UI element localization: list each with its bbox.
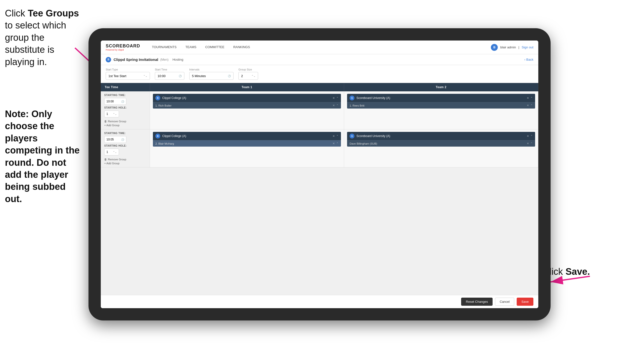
username: blair admin [500,45,516,49]
starting-hole-label-2: STARTING HOLE: [104,144,146,147]
add-group-btn-2[interactable]: + Add Group [104,162,146,165]
team2-name-2: Scoreboard University (A) [356,134,525,138]
intervals-icon: 🕐 [228,75,231,77]
player-expand-icon-1-2[interactable]: ⌃ [530,104,533,107]
remove-group-btn-2[interactable]: 🗑 Remove Group [104,158,146,161]
start-type-value: 1st Tee Start [108,74,126,78]
logo-powered: Powered by clippd [106,49,140,51]
start-type-input[interactable]: 1st Tee Start ⌃⌄ [106,72,150,80]
team2-close-icon-1[interactable]: ✕ [527,96,529,100]
team2-close-icon-2[interactable]: ✕ [527,135,529,138]
starting-time-label-2: STARTING TIME: [104,132,146,135]
reset-changes-button[interactable]: Reset Changes [461,298,492,306]
start-time-icon: 🕐 [179,75,182,77]
team1-controls-2: ✕ ⌃ [332,135,338,138]
player-expand-icon-1-1[interactable]: ⌃ [336,104,338,107]
player-row: 1. Rees Britt ✕ ⌃ [347,102,535,108]
team2-controls-1: ✕ ⌃ [527,96,533,100]
tablet-device: SCOREBOARD Powered by clippd TOURNAMENTS… [88,28,550,321]
group-size-input[interactable]: 2 ⌃⌄ [238,72,258,80]
nav-teams[interactable]: TEAMS [181,40,201,54]
group-size-label: Group Size [238,68,258,71]
team2-badge-1: S [350,95,354,100]
team1-close-icon-1[interactable]: ✕ [332,96,335,100]
team1-expand-icon-2[interactable]: ⌃ [336,135,338,138]
hole-stepper-2: ⌃⌄ [113,151,117,153]
nav-rankings[interactable]: RANKINGS [229,40,254,54]
start-time-group: Start Time 10:00 🕐 [155,68,184,80]
nav-separator: | [518,45,519,49]
group-1-team1-card: B Clippd College (A) ✕ ⌃ 1. Rich Butler [153,94,341,108]
time-clock-icon-2: 🕐 [121,138,124,141]
remove-group-btn-1[interactable]: 🗑 Remove Group [104,120,146,123]
team2-name-1: Scoreboard University (A) [356,96,525,100]
hosting-label: Hosting [172,58,183,61]
user-avatar: B [491,44,498,51]
remove-group-label-2: Remove Group [108,158,126,161]
cancel-button[interactable]: Cancel [495,298,514,306]
team1-close-icon-2[interactable]: ✕ [332,135,335,138]
group-1-actions: 🗑 Remove Group + Add Group [104,120,146,127]
group-1-team2-cell: S Scoreboard University (A) ✕ ⌃ 1. Rees … [344,91,538,129]
group-2-team1-card: B Clippd College (A) ✕ ⌃ 2. Blair McHarg [153,132,341,147]
start-time-input[interactable]: 10:00 🕐 [155,72,184,80]
start-time-label: Start Time [155,68,184,71]
team2-expand-icon-2[interactable]: ⌃ [530,135,533,138]
group-row: STARTING TIME: 10:00 🕐 STARTING HOLE: 1 … [101,91,538,129]
player-row: Dave Billingham (SUB) ✕ ⌃ [347,140,535,147]
sign-out-link[interactable]: Sign out [522,45,534,49]
settings-bar: Start Type 1st Tee Start ⌃⌄ Start Time 1… [101,65,538,83]
back-button[interactable]: ‹ Back [524,58,534,61]
col-tee-time: Tee Time [101,83,150,91]
team1-expand-icon-1[interactable]: ⌃ [336,96,338,100]
group-2-team2-card: S Scoreboard University (A) ✕ ⌃ Dave Bil… [347,132,535,147]
player-row: 1. Rich Butler ✕ ⌃ [153,102,341,108]
starting-time-value-2: 10:05 [106,138,114,141]
player-name-1-1: 1. Rich Butler [155,104,330,107]
starting-hole-input-1[interactable]: 1 ⌃⌄ [104,110,119,117]
nav-tournaments[interactable]: TOURNAMENTS [148,40,181,54]
player-expand-icon-2-2[interactable]: ⌃ [530,142,533,145]
team1-controls-1: ✕ ⌃ [332,96,338,100]
tournament-subtitle: (Men) [160,58,168,61]
add-group-btn-1[interactable]: + Add Group [104,124,146,127]
player-row-highlight: 2. Blair McHarg ✕ ⌃ [153,140,341,147]
save-button[interactable]: Save [517,298,534,306]
starting-time-input-2[interactable]: 10:05 🕐 [104,136,126,143]
trash-icon-2: 🗑 [104,158,107,161]
team2-expand-icon-1[interactable]: ⌃ [530,96,533,100]
group-size-group: Group Size 2 ⌃⌄ [238,68,258,80]
group-2-team1-header: B Clippd College (A) ✕ ⌃ [153,132,341,140]
starting-time-label-1: STARTING TIME: [104,94,146,96]
player-close-icon-1-2[interactable]: ✕ [527,104,529,107]
group-size-value: 2 [241,74,243,78]
note-text: Note: Only choose the players competing … [5,108,84,205]
nav-items: TOURNAMENTS TEAMS COMMITTEE RANKINGS [148,40,491,54]
nav-right: B blair admin | Sign out [491,44,534,51]
team2-controls-2: ✕ ⌃ [527,135,533,138]
time-clock-icon-1: 🕐 [121,100,124,103]
col-team2: Team 2 [344,83,538,91]
group-1-time-cell: STARTING TIME: 10:00 🕐 STARTING HOLE: 1 … [101,91,150,129]
player-close-icon-1-1[interactable]: ✕ [332,104,335,107]
group-1-team1-cell: B Clippd College (A) ✕ ⌃ 1. Rich Butler [150,91,344,129]
instruction-prefix: Click [5,8,28,18]
tournament-title: Clippd Spring Invitational [114,57,158,62]
tee-table: Tee Time Team 1 Team 2 STARTING TIME: 10… [101,83,538,295]
group-1-team2-header: S Scoreboard University (A) ✕ ⌃ [347,94,535,102]
nav-committee[interactable]: COMMITTEE [201,40,229,54]
note-prefix: Note: [5,109,32,119]
player-expand-icon-2-1[interactable]: ⌃ [336,142,338,145]
group-1-team2-card: S Scoreboard University (A) ✕ ⌃ 1. Rees … [347,94,535,108]
subheader: B Clippd Spring Invitational (Men) Hosti… [101,54,538,65]
click-save-bold: Save. [566,267,590,277]
player-close-icon-2-2[interactable]: ✕ [527,142,529,145]
intervals-input[interactable]: 5 Minutes 🕐 [189,72,234,80]
instruction-bold: Tee Groups [28,8,79,18]
trash-icon-1: 🗑 [104,120,107,123]
group-1-team1-header: B Clippd College (A) ✕ ⌃ [153,94,341,102]
starting-time-input-1[interactable]: 10:00 🕐 [104,98,126,105]
starting-hole-input-2[interactable]: 1 ⌃⌄ [104,149,119,155]
logo-scoreboard: SCOREBOARD [106,43,140,49]
player-close-icon-2-1[interactable]: ✕ [332,142,335,145]
